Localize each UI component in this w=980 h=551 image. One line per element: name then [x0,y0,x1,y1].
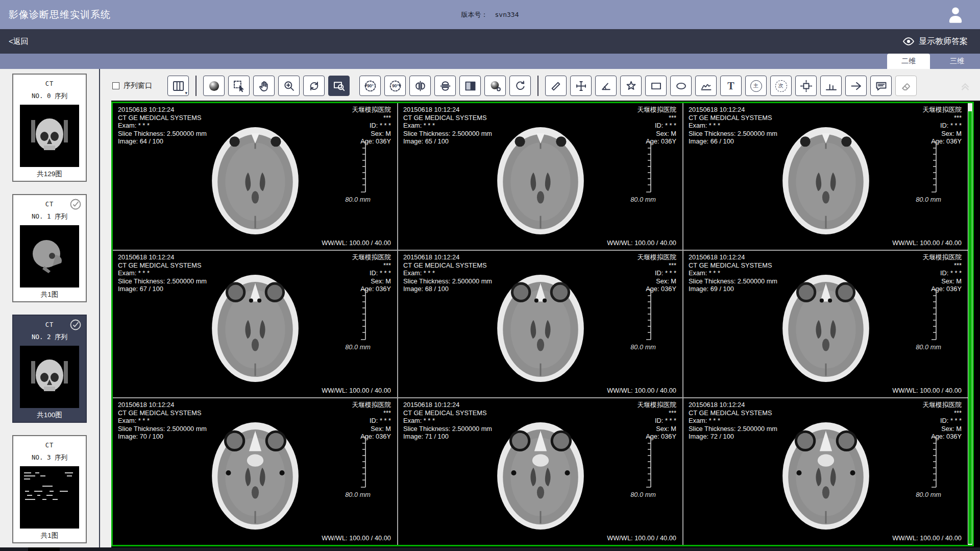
draw-rectangle-button[interactable] [645,76,667,96]
series-card-2[interactable]: CT NO. 2 序列 共100图 [12,315,87,423]
cell-datetime: 20150618 10:12:24 [118,401,207,409]
viewport-cell[interactable]: 20150618 10:12:24 CT GE MEDICAL SYSTEMS … [683,103,968,250]
localizer-icon [799,79,813,93]
arrow-annotation-button[interactable] [845,76,867,96]
sub-bar: <返回 显示教师答案 [0,29,980,54]
viewport-cell[interactable]: 20150618 10:12:24 CT GE MEDICAL SYSTEMS … [683,398,968,545]
scale-label: 80.0 mm [916,196,941,204]
scale-ruler-icon [644,289,652,340]
cell-slice-thickness: Slice Thickness: 2.500000 mm [118,130,207,138]
scale-ruler-icon [358,141,366,193]
zoom-in-icon [282,79,296,93]
window-level-label: WW/WL: 100.00 / 40.00 [892,239,962,247]
window-level-button[interactable] [203,76,225,96]
window-level-label: WW/WL: 100.00 / 40.00 [322,387,391,395]
flip-vertical-button[interactable] [434,76,456,96]
show-teacher-answer-button[interactable]: 显示教师答案 [902,35,968,47]
series-name: NO. 3 序列 [13,453,86,462]
viewport-cell[interactable]: 20150618 10:12:24 CT GE MEDICAL SYSTEMS … [398,398,682,545]
profile-bars-button[interactable] [820,76,842,96]
viewport-cell[interactable]: 20150618 10:12:24 CT GE MEDICAL SYSTEMS … [113,251,397,397]
viewport-cell[interactable]: 20150618 10:12:24 CT GE MEDICAL SYSTEMS … [398,103,682,250]
window-level-label: WW/WL: 100.00 / 40.00 [322,239,391,247]
zoom-region-button[interactable] [328,76,350,96]
cell-info-top-left: 20150618 10:12:24 CT GE MEDICAL SYSTEMS … [689,106,777,146]
series-card-1[interactable]: CT NO. 1 序列 共1图 [12,194,87,302]
draw-star-button[interactable] [620,76,642,96]
tab-2d[interactable]: 二维 [887,54,930,69]
rotate-cw-90-button[interactable]: 90° [384,76,406,96]
series-thumbnail [20,225,79,288]
comment-bubble-icon [874,79,888,93]
series-card-0[interactable]: CT NO. 0 序列 共129图 [12,74,87,182]
invert-button[interactable] [459,76,481,96]
cell-age: Age: 036Y [922,137,962,146]
cell-image-number: Image: 65 / 100 [403,137,492,146]
toolbar-divider [195,76,197,96]
pan-button[interactable] [253,76,275,96]
eye-icon [902,35,915,47]
version-label: 版本号： [461,11,488,18]
cell-patient-id: ID: * * * [637,122,676,130]
measure-cross-button[interactable] [570,76,592,96]
cell-info-top-left: 20150618 10:12:24 CT GE MEDICAL SYSTEMS … [403,401,492,441]
cell-info-top-right: 天堰模拟医院 *** ID: * * * Sex: M Age: 036Y [922,401,962,441]
viewport-cell[interactable]: 20150618 10:12:24 CT GE MEDICAL SYSTEMS … [113,103,397,250]
cell-stars: *** [637,409,676,417]
show-teacher-answer-label: 显示教师答案 [919,36,968,47]
localizer-button[interactable] [795,76,817,96]
collapse-toolbar-button[interactable] [958,79,973,92]
comment-button[interactable] [870,76,892,96]
rotate-ccw-icon: 90° [363,79,377,93]
cell-slice-thickness: Slice Thickness: 2.500000 mm [689,277,777,285]
refresh-button[interactable] [303,76,325,96]
scale-label: 80.0 mm [345,196,371,204]
measure-cross-icon [574,79,588,93]
secondary-mark-button[interactable]: 次 [770,76,792,96]
cell-exam: Exam: * * * [403,269,492,277]
viewport-cell[interactable]: 20150618 10:12:24 CT GE MEDICAL SYSTEMS … [113,398,397,545]
tab-3d[interactable]: 三维 [941,54,973,69]
series-window-checkbox[interactable] [112,82,119,89]
cell-slice-thickness: Slice Thickness: 2.500000 mm [403,277,492,285]
curve-profile-button[interactable] [695,76,717,96]
scale-ruler-icon [929,437,937,488]
series-card-3[interactable]: CT NO. 3 序列 共1图 [12,435,87,543]
flip-horizontal-icon [413,79,427,93]
viewer-scrollbar[interactable] [968,103,972,545]
back-button[interactable]: <返回 [9,37,29,46]
cell-image-number: Image: 66 / 100 [689,137,777,146]
user-icon[interactable] [945,5,966,25]
viewport-cell[interactable]: 20150618 10:12:24 CT GE MEDICAL SYSTEMS … [398,251,682,397]
primary-mark-button[interactable]: 主 [745,76,767,96]
window-presets-button[interactable] [484,76,506,96]
zoom-in-button[interactable] [278,76,300,96]
text-tool-icon: T [727,81,734,91]
ct-slice-image [769,262,882,392]
bottom-scrollbar[interactable] [0,547,980,551]
cell-info-top-right: 天堰模拟医院 *** ID: * * * Sex: M Age: 036Y [922,253,962,293]
viewport-cell[interactable]: 20150618 10:12:24 CT GE MEDICAL SYSTEMS … [683,251,968,397]
rotate-ccw-90-button[interactable]: 90° [359,76,381,96]
bottom-scrollbar-thumb[interactable] [28,547,60,551]
cell-exam: Exam: * * * [403,417,492,425]
cell-datetime: 20150618 10:12:24 [403,253,492,261]
layout-grid-icon [172,79,185,93]
text-annotation-button[interactable]: T [720,76,742,96]
select-button[interactable] [228,76,250,96]
measure-angle-button[interactable] [595,76,617,96]
active-viewport-frame: 20150618 10:12:24 CT GE MEDICAL SYSTEMS … [111,102,974,546]
flip-horizontal-button[interactable] [409,76,431,96]
eraser-button[interactable] [895,76,917,96]
layout-button[interactable]: ▾ [167,76,189,96]
viewer-scrollbar-thumb[interactable] [968,111,972,544]
cell-stars: *** [922,261,962,270]
reset-button[interactable] [509,76,531,96]
measure-line-button[interactable] [545,76,567,96]
draw-ellipse-button[interactable] [670,76,692,96]
cell-slice-thickness: Slice Thickness: 2.500000 mm [118,425,207,433]
toolbar: 序列窗口 ▾ [100,69,980,101]
cell-stars: *** [922,409,962,417]
series-sidebar: CT NO. 0 序列 共129图 CT NO. 1 序列 共1图 CT NO.… [0,69,99,551]
eraser-icon [899,79,913,93]
